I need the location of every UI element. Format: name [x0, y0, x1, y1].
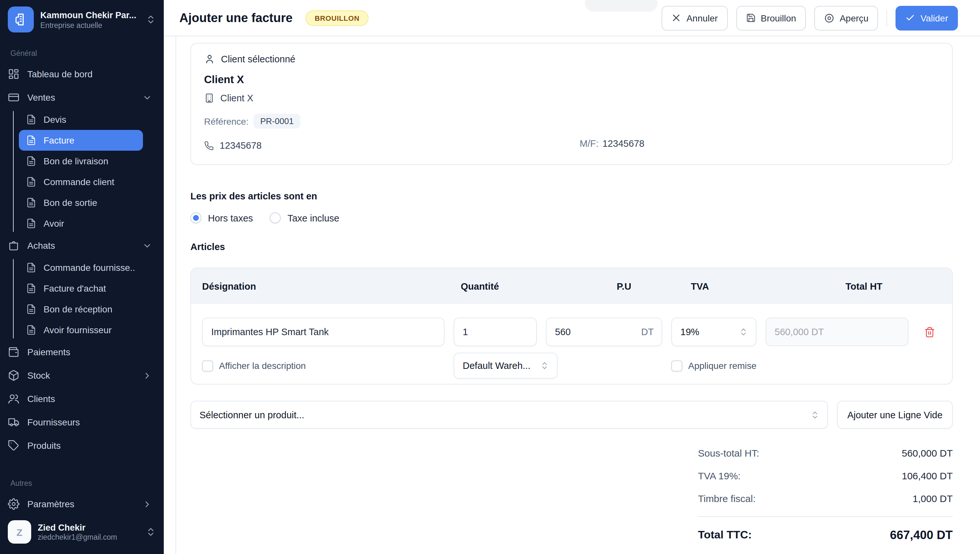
user-name: Zied Chekir — [38, 523, 139, 533]
client-reference-row: Référence: PR-0001 — [204, 114, 939, 129]
company-subtitle: Entreprise actuelle — [40, 21, 139, 29]
file-text-icon — [26, 263, 37, 273]
sidebar-item-bon-de-sortie[interactable]: Bon de sortie — [19, 192, 143, 213]
gear-icon — [8, 498, 19, 510]
draft-button[interactable]: Brouillon — [736, 6, 806, 30]
sidebar-item-bon-de-reception[interactable]: Bon de réception — [19, 299, 143, 320]
sidebar-item-avoir[interactable]: Avoir — [19, 213, 143, 234]
sidebar-item-label: Paramètres — [27, 499, 134, 509]
add-empty-line-button[interactable]: Ajouter une Ligne Vide — [837, 401, 953, 429]
sidebar-item-bon-de-livraison[interactable]: Bon de livraison — [19, 151, 143, 172]
cancel-button[interactable]: Annuler — [662, 6, 728, 30]
sidebar-item-label: Produits — [27, 440, 152, 451]
file-text-icon — [26, 283, 37, 294]
chevrons-up-down-icon — [810, 410, 819, 419]
radio-taxe-incluse-label: Taxe incluse — [287, 213, 340, 223]
users-icon — [8, 393, 19, 404]
warehouse-select-value: Default Wareh... — [463, 360, 530, 371]
apply-discount-option[interactable]: Appliquer remise — [671, 360, 908, 371]
checkbox-unchecked[interactable] — [671, 360, 682, 371]
sidebar-item-stock[interactable]: Stock — [8, 364, 156, 387]
sidebar-item-parametres[interactable]: Paramètres — [8, 492, 156, 516]
preview-button-label: Aperçu — [840, 13, 868, 23]
sidebar-item-devis[interactable]: Devis — [19, 109, 143, 130]
warehouse-select[interactable]: Default Wareh... — [453, 353, 558, 379]
tva-row: TVA 19%: 106,400 DT — [698, 464, 953, 487]
sidebar-item-dashboard[interactable]: Tableau de bord — [8, 62, 156, 86]
sidebar-nav: Général Tableau de bord Ventes Devis Fac… — [8, 49, 156, 544]
preview-button[interactable]: Aperçu — [814, 6, 878, 30]
checkbox-unchecked[interactable] — [202, 360, 213, 371]
file-text-icon — [26, 177, 37, 187]
sidebar-item-label: Facture d'achat — [43, 283, 106, 294]
subtotal-row: Sous-total HT: 560,000 DT — [698, 442, 953, 464]
sidebar-item-label: Avoir — [43, 218, 64, 229]
sidebar: Kammoun Chekir Par... Entreprise actuell… — [0, 0, 164, 554]
x-icon — [672, 13, 682, 23]
total-ht-field: 560,000 DT — [766, 318, 908, 346]
company-name: Kammoun Chekir Par... — [40, 10, 139, 20]
tva-select[interactable]: 19% — [671, 318, 757, 346]
invoice-form: Client sélectionné Client X Client X Réf… — [176, 37, 980, 554]
company-switcher[interactable]: Kammoun Chekir Par... Entreprise actuell… — [8, 6, 156, 32]
sidebar-item-clients[interactable]: Clients — [8, 387, 156, 411]
radio-button-checked[interactable] — [190, 212, 201, 223]
designation-input[interactable] — [202, 318, 445, 346]
product-select[interactable]: Sélectionner un produit... — [190, 401, 828, 429]
sidebar-item-achats[interactable]: Achats — [8, 234, 156, 257]
tva-select-value: 19% — [680, 327, 699, 337]
column-header-designation: Désignation — [202, 281, 256, 291]
article-row-options: Afficher la description Default Wareh...… — [191, 346, 952, 384]
preview-icon — [824, 13, 835, 23]
sidebar-item-facture[interactable]: Facture — [19, 130, 143, 151]
sidebar-item-fournisseurs[interactable]: Fournisseurs — [8, 411, 156, 434]
client-company-row: Client X — [204, 93, 939, 103]
ventes-subnav: Devis Facture Bon de livraison Commande … — [8, 109, 156, 234]
chevrons-up-down-icon — [145, 527, 156, 537]
sidebar-item-commande-fournisseur[interactable]: Commande fournisse... — [19, 257, 143, 278]
wallet-icon — [8, 346, 19, 358]
sidebar-item-label: Stock — [27, 370, 134, 380]
sidebar-item-facture-achat[interactable]: Facture d'achat — [19, 278, 143, 299]
sidebar-item-commande-client[interactable]: Commande client — [19, 172, 143, 192]
column-header-tva: TVA — [691, 281, 709, 291]
status-badge: BROUILLON — [305, 10, 369, 25]
sidebar-item-avoir-fournisseur[interactable]: Avoir fournisseur — [19, 320, 143, 340]
show-description-option[interactable]: Afficher la description — [202, 360, 445, 371]
validate-button[interactable]: Valider — [896, 6, 958, 30]
radio-hors-taxes[interactable]: Hors taxes — [190, 212, 253, 223]
sidebar-item-label: Devis — [43, 114, 66, 125]
user-menu[interactable]: Z Zied Chekir ziedchekir1@gmail.com — [8, 516, 156, 544]
tag-icon — [8, 440, 19, 451]
save-icon — [746, 13, 755, 23]
client-phone-number: 12345678 — [220, 140, 262, 151]
chevrons-up-down-icon — [540, 361, 549, 370]
chevrons-up-down-icon — [739, 327, 748, 336]
currency-suffix: DT — [641, 327, 654, 337]
article-row: DT 19% 560,000 DT — [191, 304, 952, 346]
sidebar-item-label: Commande client — [43, 177, 114, 187]
chevron-right-icon — [142, 371, 152, 380]
subtotal-label: Sous-total HT: — [698, 447, 759, 458]
radio-button-unchecked[interactable] — [270, 212, 281, 223]
reference-value-pill: PR-0001 — [254, 114, 300, 129]
column-header-pu: P.U — [617, 281, 631, 291]
delete-row-button[interactable] — [918, 318, 941, 346]
sidebar-item-paiements[interactable]: Paiements — [8, 340, 156, 364]
quantity-input[interactable] — [453, 318, 537, 346]
sidebar-item-ventes[interactable]: Ventes — [8, 86, 156, 109]
achats-subnav: Commande fournisse... Facture d'achat Bo… — [8, 257, 156, 340]
user-email: ziedchekir1@gmail.com — [38, 533, 139, 541]
package-icon — [8, 369, 19, 381]
radio-taxe-incluse[interactable]: Taxe incluse — [270, 212, 340, 223]
page-title: Ajouter une facture — [179, 11, 292, 25]
client-company-name: Client X — [220, 93, 254, 103]
client-card: Client sélectionné Client X Client X Réf… — [190, 43, 953, 165]
articles-table-header: Désignation Quantité P.U TVA Total HT — [191, 268, 952, 304]
credit-card-icon — [8, 92, 19, 103]
company-meta: Kammoun Chekir Par... Entreprise actuell… — [40, 10, 139, 29]
sidebar-item-produits[interactable]: Produits — [8, 434, 156, 457]
dashboard-icon — [8, 68, 19, 80]
file-text-icon — [26, 325, 37, 335]
pricing-mode-label: Les prix des articles sont en — [190, 191, 953, 201]
